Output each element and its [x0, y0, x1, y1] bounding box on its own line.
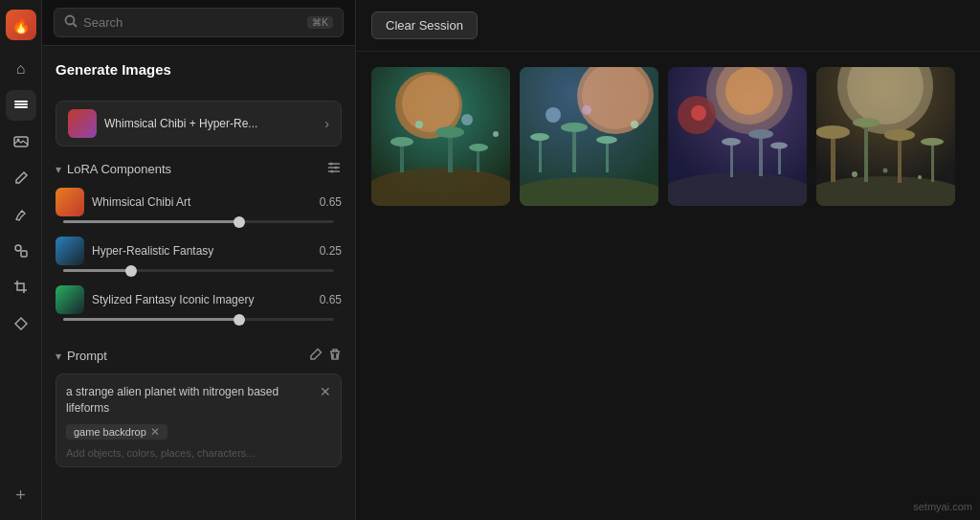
lora-item: Stylized Fantasy Iconic Imagery 0.65 — [56, 285, 342, 321]
model-selector[interactable]: Whimsical Chibi + Hyper-Re... › — [56, 101, 342, 147]
svg-point-22 — [435, 126, 464, 138]
model-thumbnail — [68, 109, 97, 138]
svg-rect-64 — [931, 144, 934, 182]
svg-rect-32 — [539, 139, 542, 172]
search-bar: ⌘K — [42, 0, 355, 46]
tag-row: game backdrop ✕ — [66, 424, 331, 440]
images-grid — [356, 52, 980, 221]
lora-item: Hyper-Realistic Fantasy 0.25 — [56, 237, 342, 272]
add-icon[interactable]: + — [6, 480, 36, 510]
svg-rect-6 — [21, 251, 27, 257]
tag-remove-button[interactable]: ✕ — [150, 426, 160, 438]
model-name: Whimsical Chibi + Hyper-Re... — [104, 117, 317, 130]
lora-name-1: Whimsical Chibi Art — [92, 195, 305, 209]
svg-point-26 — [461, 114, 473, 125]
lora-chevron-icon: ▾ — [56, 163, 61, 176]
svg-point-14 — [331, 170, 334, 173]
lora-title: LoRA Components — [67, 162, 321, 176]
prompt-edit-button[interactable] — [309, 348, 323, 364]
lora-name-3: Stylized Fantasy Iconic Imagery — [92, 293, 305, 306]
prompt-text: a strange alien planet with nitrogen bas… — [66, 384, 314, 417]
prompt-input-box[interactable]: a strange alien planet with nitrogen bas… — [56, 373, 342, 467]
pen-icon[interactable] — [6, 308, 36, 339]
svg-point-61 — [853, 118, 880, 127]
svg-point-49 — [722, 138, 741, 146]
svg-point-20 — [390, 137, 413, 147]
svg-point-68 — [918, 175, 922, 179]
image-icon[interactable] — [6, 126, 36, 157]
icon-bar: 🔥 ⌂ — [0, 0, 42, 520]
brush-icon[interactable] — [6, 199, 36, 230]
svg-line-8 — [74, 24, 78, 28]
brand-icon[interactable]: 🔥 — [6, 10, 36, 40]
svg-point-59 — [816, 125, 850, 139]
sidebar: ⌘K Generate Images Whimsical Chibi + Hyp… — [42, 0, 356, 520]
lora-name-2: Hyper-Realistic Fantasy — [92, 244, 305, 258]
svg-point-7 — [66, 16, 75, 25]
svg-point-45 — [725, 67, 773, 115]
svg-point-51 — [748, 129, 773, 139]
home-icon[interactable]: ⌂ — [6, 54, 36, 84]
svg-point-66 — [852, 171, 858, 177]
svg-rect-23 — [477, 148, 479, 172]
crop-icon[interactable] — [6, 272, 36, 303]
svg-rect-2 — [14, 101, 28, 102]
lora-value-1: 0.65 — [313, 195, 342, 209]
clear-session-button[interactable]: Clear Session — [371, 11, 478, 39]
svg-point-63 — [884, 129, 915, 141]
svg-rect-48 — [730, 144, 733, 177]
search-icon — [64, 14, 78, 31]
svg-rect-62 — [898, 137, 902, 183]
svg-point-27 — [493, 131, 499, 137]
main-header: Clear Session — [356, 0, 980, 52]
svg-rect-36 — [606, 142, 609, 172]
lora-section: ▾ LoRA Components Whim — [56, 160, 342, 334]
layers-icon[interactable] — [6, 90, 36, 121]
prompt-tag: game backdrop ✕ — [66, 424, 167, 440]
generated-image-2[interactable] — [520, 67, 658, 206]
generated-image-3[interactable] — [668, 67, 807, 206]
main-panel: Clear Session — [356, 0, 980, 520]
svg-point-12 — [330, 163, 333, 166]
prompt-delete-button[interactable] — [328, 348, 342, 364]
search-shortcut: ⌘K — [307, 16, 333, 29]
lora-value-3: 0.65 — [313, 293, 342, 306]
svg-point-38 — [546, 107, 561, 123]
svg-point-25 — [415, 121, 423, 128]
lora-thumbnail-1 — [56, 188, 84, 216]
lora-thumbnail-2 — [56, 237, 84, 265]
svg-point-13 — [335, 167, 338, 170]
svg-point-47 — [691, 105, 706, 121]
svg-rect-34 — [572, 129, 576, 172]
prompt-clear-button[interactable]: ✕ — [320, 384, 331, 399]
lora-slider-2[interactable] — [63, 269, 334, 272]
generated-image-4[interactable] — [816, 67, 955, 206]
svg-rect-0 — [14, 103, 28, 105]
prompt-title: Prompt — [67, 349, 303, 363]
lora-value-2: 0.25 — [313, 244, 342, 258]
svg-rect-1 — [14, 106, 28, 108]
lora-settings-button[interactable] — [326, 160, 342, 178]
svg-point-55 — [816, 176, 955, 206]
svg-point-42 — [668, 172, 807, 206]
search-input[interactable] — [83, 15, 301, 30]
lora-slider-1[interactable] — [63, 220, 334, 223]
svg-point-67 — [883, 169, 888, 173]
svg-point-37 — [596, 136, 617, 144]
shapes-icon[interactable] — [6, 236, 36, 266]
svg-rect-52 — [778, 147, 781, 174]
lora-thumbnail-3 — [56, 285, 84, 314]
svg-point-5 — [15, 245, 21, 251]
svg-point-53 — [770, 143, 788, 149]
chevron-right-icon: › — [324, 116, 329, 131]
svg-rect-19 — [400, 144, 404, 172]
edit-icon[interactable] — [6, 163, 36, 193]
generated-image-1[interactable] — [371, 67, 510, 206]
svg-rect-50 — [759, 136, 763, 176]
prompt-section: ▾ Prompt a strange alien planet with nit… — [56, 348, 342, 467]
lora-slider-3[interactable] — [63, 318, 334, 321]
svg-point-33 — [530, 133, 549, 141]
svg-rect-58 — [831, 134, 835, 182]
svg-point-35 — [561, 123, 588, 132]
svg-point-65 — [921, 138, 944, 146]
